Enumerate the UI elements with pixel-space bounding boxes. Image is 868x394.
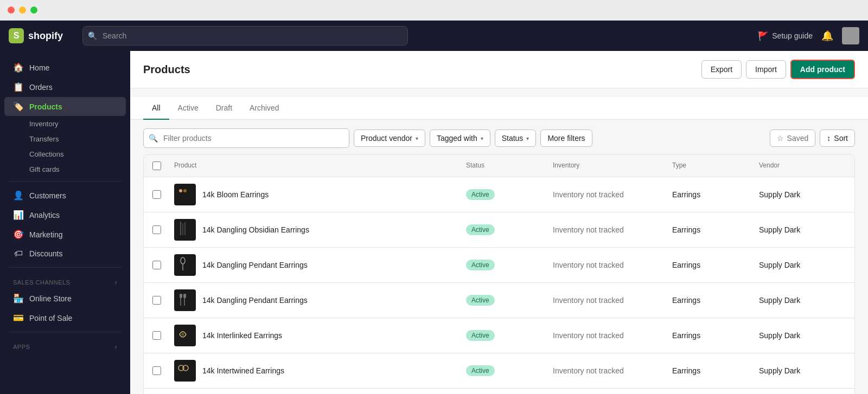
sidebar-item-point-of-sale[interactable]: 💳 Point of Sale xyxy=(4,308,126,327)
sort-button[interactable]: ↕ Sort xyxy=(820,130,855,147)
tab-draft[interactable]: Draft xyxy=(207,97,241,120)
more-filters-button[interactable]: More filters xyxy=(540,130,592,147)
tab-archived[interactable]: Archived xyxy=(241,97,288,120)
tab-active[interactable]: Active xyxy=(169,97,207,120)
table-row[interactable]: 14k Dangling Pendant Earrings Active Inv… xyxy=(144,283,854,318)
sidebar-item-analytics-label: Analytics xyxy=(29,211,60,219)
inventory-cell-6: Inventory not tracked xyxy=(553,366,672,375)
shopify-icon: S xyxy=(9,28,24,43)
sidebar-item-gift-cards[interactable]: Gift cards xyxy=(4,162,126,177)
inventory-cell-5: Inventory not tracked xyxy=(553,331,672,340)
filter-bar: 🔍 Product vendor ▾ Tagged with ▾ Status … xyxy=(143,120,855,154)
row-checkbox-3[interactable] xyxy=(152,261,161,269)
type-cell-4: Earrings xyxy=(672,296,759,305)
type-cell-2: Earrings xyxy=(672,225,759,234)
table-row[interactable]: 14k Bloom Earrings Active Inventory not … xyxy=(144,177,854,212)
status-cell-3: Active xyxy=(466,260,553,270)
close-button[interactable] xyxy=(8,7,15,14)
flag-icon: 🚩 xyxy=(758,31,769,41)
table-row[interactable]: 14k Interlinked Earrings Active Inventor… xyxy=(144,318,854,353)
titlebar xyxy=(0,0,868,21)
type-cell-5: Earrings xyxy=(672,331,759,340)
more-filters-label: More filters xyxy=(547,134,585,143)
sales-channels-label: Sales channels xyxy=(13,279,70,286)
sidebar-divider-3 xyxy=(9,332,122,332)
row-checkbox-6[interactable] xyxy=(152,366,161,375)
orders-icon: 📋 xyxy=(13,82,24,92)
filter-products-input[interactable] xyxy=(143,128,349,148)
export-button[interactable]: Export xyxy=(701,60,742,79)
svg-rect-8 xyxy=(183,294,186,298)
sidebar-item-online-store[interactable]: 🏪 Online Store xyxy=(4,289,126,308)
add-product-button[interactable]: Add product xyxy=(790,60,855,79)
point-of-sale-icon: 💳 xyxy=(13,313,24,323)
row-checkbox-1[interactable] xyxy=(152,190,161,199)
inventory-cell-4: Inventory not tracked xyxy=(553,296,672,305)
tab-all[interactable]: All xyxy=(143,97,169,120)
global-search-input[interactable] xyxy=(82,26,408,46)
sidebar-item-inventory[interactable]: Inventory xyxy=(4,117,126,131)
sidebar-item-products[interactable]: 🏷️ Products xyxy=(4,97,126,116)
sidebar: 🏠 Home 📋 Orders 🏷️ Products Inventory Tr… xyxy=(0,51,130,394)
sidebar-item-analytics[interactable]: 📊 Analytics xyxy=(4,205,126,224)
sidebar-item-transfers[interactable]: Transfers xyxy=(4,132,126,146)
table-row[interactable]: 14k Intertwined Earrings Active Inventor… xyxy=(144,353,854,389)
tagged-with-chevron-icon: ▾ xyxy=(481,135,483,141)
product-cell-3: 14k Dangling Pendant Earrings xyxy=(174,254,466,276)
select-all-checkbox[interactable] xyxy=(152,162,161,170)
saved-button[interactable]: ☆ Saved xyxy=(770,130,816,147)
avatar[interactable] xyxy=(842,27,859,44)
status-badge-4: Active xyxy=(466,295,495,306)
header-checkbox-cell xyxy=(152,162,174,170)
status-filter[interactable]: Status ▾ xyxy=(495,130,537,147)
maximize-button[interactable] xyxy=(30,7,37,14)
product-cell-5: 14k Interlinked Earrings xyxy=(174,325,466,346)
status-badge-1: Active xyxy=(466,189,495,200)
sidebar-item-online-store-label: Online Store xyxy=(29,294,72,303)
logo[interactable]: S shopify xyxy=(9,28,74,43)
vendor-cell-4: Supply Dark xyxy=(759,296,846,305)
tagged-with-filter[interactable]: Tagged with ▾ xyxy=(430,130,490,147)
table-row[interactable]: 14k Dangling Pendant Earrings Active Inv… xyxy=(144,248,854,283)
customers-icon: 👤 xyxy=(13,190,24,201)
status-cell-4: Active xyxy=(466,295,553,306)
setup-guide-button[interactable]: 🚩 Setup guide xyxy=(758,31,813,41)
sales-channels-section[interactable]: Sales channels › xyxy=(0,272,130,288)
sidebar-item-marketing[interactable]: 🎯 Marketing xyxy=(4,225,126,244)
topbar: S shopify 🔍 🚩 Setup guide 🔔 xyxy=(0,21,868,51)
row-checkbox-cell xyxy=(152,225,174,234)
vendor-cell-6: Supply Dark xyxy=(759,366,846,375)
status-badge-6: Active xyxy=(466,365,495,376)
import-button[interactable]: Import xyxy=(746,60,786,79)
vendor-cell-1: Supply Dark xyxy=(759,190,846,199)
sidebar-item-collections[interactable]: Collections xyxy=(4,147,126,162)
home-icon: 🏠 xyxy=(13,62,24,73)
sidebar-item-home[interactable]: 🏠 Home xyxy=(4,58,126,77)
sidebar-item-discounts-label: Discounts xyxy=(29,249,62,258)
product-name-1: 14k Bloom Earrings xyxy=(202,190,269,199)
sidebar-item-discounts[interactable]: 🏷 Discounts xyxy=(4,244,126,263)
row-checkbox-4[interactable] xyxy=(152,296,161,305)
status-label: Status xyxy=(502,134,524,143)
product-thumb-2 xyxy=(174,219,196,241)
page-title: Products xyxy=(143,63,190,76)
product-name-6: 14k Intertwined Earrings xyxy=(202,366,284,375)
minimize-button[interactable] xyxy=(19,7,26,14)
tab-draft-label: Draft xyxy=(216,104,232,112)
notifications-bell-icon[interactable]: 🔔 xyxy=(821,30,833,42)
status-chevron-icon: ▾ xyxy=(526,135,529,141)
row-checkbox-2[interactable] xyxy=(152,225,161,234)
type-cell-6: Earrings xyxy=(672,366,759,375)
row-checkbox-5[interactable] xyxy=(152,331,161,340)
status-badge-3: Active xyxy=(466,260,495,270)
sidebar-divider-1 xyxy=(9,181,122,182)
table-row[interactable]: 14k Dangling Obsidian Earrings Active In… xyxy=(144,212,854,248)
apps-section[interactable]: Apps › xyxy=(0,337,130,353)
main-content: Products Export Import Add product All A… xyxy=(130,51,868,394)
sidebar-item-gift-cards-label: Gift cards xyxy=(29,165,60,173)
product-vendor-filter[interactable]: Product vendor ▾ xyxy=(354,130,425,147)
discounts-icon: 🏷 xyxy=(13,249,24,259)
sidebar-item-customers[interactable]: 👤 Customers xyxy=(4,186,126,205)
table-row[interactable]: 14k Solid Bloom Earrings Active Inventor… xyxy=(144,389,854,394)
sidebar-item-orders[interactable]: 📋 Orders xyxy=(4,77,126,96)
